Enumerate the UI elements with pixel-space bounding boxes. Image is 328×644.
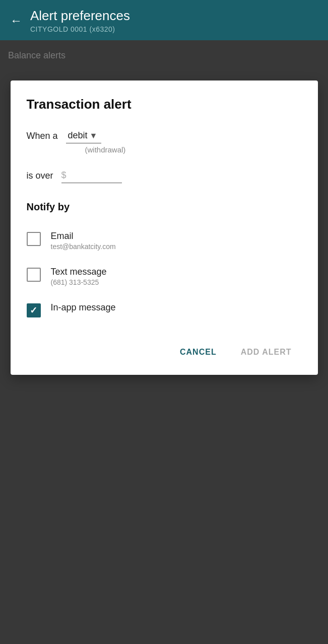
notification-options: Email test@bankatcity.com Text message (… (27, 223, 302, 326)
inapp-checkbox[interactable]: ✓ (27, 303, 41, 317)
notify-option-inapp: ✓ In-app message (27, 294, 302, 326)
text-option-label: Text message (51, 267, 107, 277)
inapp-option-label: In-app message (51, 302, 116, 313)
add-alert-button[interactable]: ADD ALERT (231, 342, 302, 363)
back-button[interactable]: ← (10, 14, 22, 28)
when-row: When a debit ▼ (27, 128, 302, 143)
header: ← Alert preferences CITYGOLD 0001 (x6320… (0, 0, 328, 40)
email-checkbox[interactable] (27, 232, 41, 246)
notify-option-text: Text message (681) 313-5325 (27, 259, 302, 294)
dialog-actions: CANCEL ADD ALERT (27, 342, 302, 363)
debit-value: debit (68, 130, 88, 141)
withdrawal-hint: (withdrawal) (85, 145, 302, 154)
when-label: When a (27, 131, 58, 141)
checkmark-icon: ✓ (30, 306, 37, 315)
amount-input-wrapper: $ (61, 168, 122, 183)
email-option-label: Email (51, 231, 116, 242)
notify-by-label: Notify by (27, 201, 302, 213)
amount-input[interactable] (69, 170, 119, 181)
text-checkbox[interactable] (27, 268, 41, 282)
page-title: Alert preferences (30, 8, 130, 24)
is-over-label: is over (27, 171, 53, 181)
notify-option-email: Email test@bankatcity.com (27, 223, 302, 259)
dialog-overlay: Transaction alert When a debit ▼ (withdr… (0, 40, 328, 644)
cancel-button[interactable]: CANCEL (170, 342, 227, 363)
debit-dropdown[interactable]: debit ▼ (66, 128, 102, 143)
dialog-title: Transaction alert (27, 97, 302, 112)
is-over-row: is over $ (27, 168, 302, 183)
header-subtitle: CITYGOLD 0001 (x6320) (30, 25, 130, 33)
transaction-alert-dialog: Transaction alert When a debit ▼ (withdr… (11, 80, 318, 375)
chevron-down-icon: ▼ (90, 131, 98, 140)
background-content: Balance alerts Transaction alert When a … (0, 40, 328, 644)
email-option-sub: test@bankatcity.com (51, 243, 116, 251)
text-option-sub: (681) 313-5325 (51, 278, 107, 286)
dollar-sign-icon: $ (61, 170, 67, 181)
